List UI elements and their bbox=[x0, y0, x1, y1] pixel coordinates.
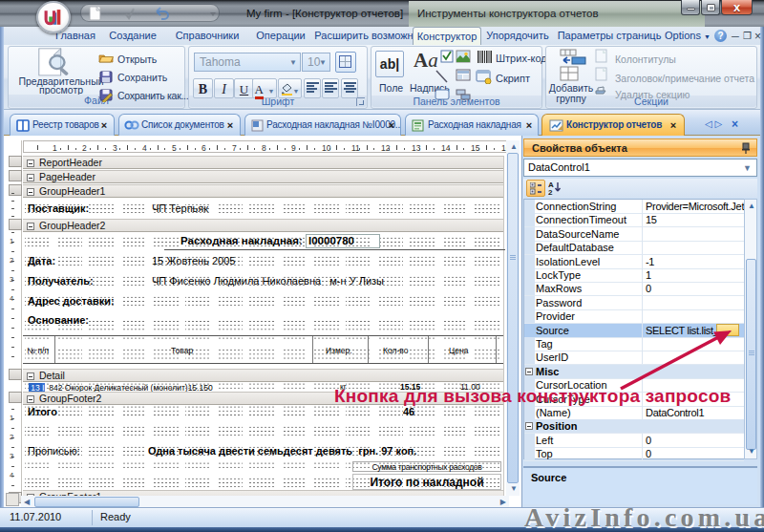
svg-text:2: 2 bbox=[548, 188, 553, 195]
